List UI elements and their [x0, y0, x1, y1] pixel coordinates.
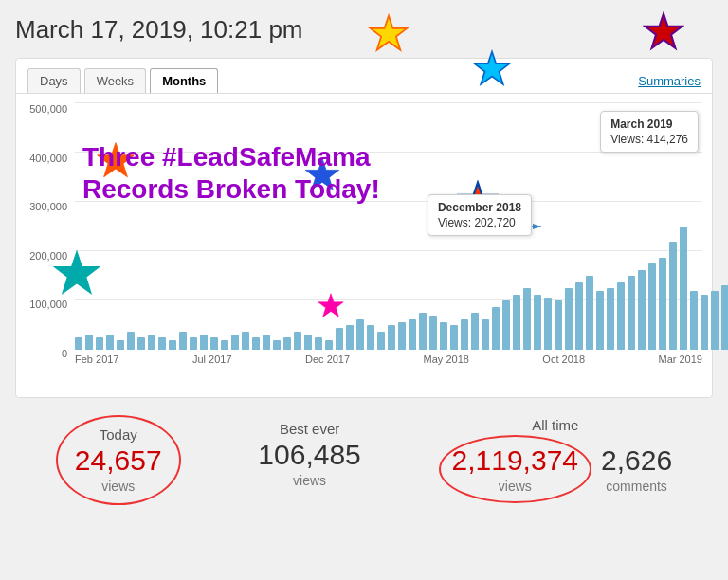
alltime-section: All time 2,119,374 views 2,626 comments — [439, 415, 673, 505]
best-stat: Best ever 106,485 views — [243, 415, 375, 505]
bar-14[interactable] — [221, 340, 228, 350]
alltime-label: All time — [439, 417, 673, 433]
bar-10[interactable] — [179, 332, 187, 351]
bar-3[interactable] — [106, 335, 114, 350]
alltime-circled: 2,119,374 views — [439, 435, 592, 503]
bar-54[interactable] — [638, 270, 646, 351]
bar-31[interactable] — [398, 322, 406, 350]
bar-38[interactable] — [471, 313, 479, 350]
bar-28[interactable] — [367, 325, 374, 350]
bar-22[interactable] — [304, 335, 312, 350]
star1-icon — [368, 13, 410, 55]
bar-43[interactable] — [523, 288, 531, 350]
svg-marker-1 — [475, 52, 510, 84]
svg-marker-4 — [98, 143, 135, 177]
star7-icon — [317, 292, 345, 320]
bar-27[interactable] — [356, 319, 364, 351]
bar-0[interactable] — [75, 337, 82, 350]
comments-unit: comments — [601, 479, 672, 494]
bar-42[interactable] — [513, 295, 520, 351]
tooltip-dec2018: December 2018 Views: 202,720 — [428, 194, 532, 236]
best-unit: views — [258, 473, 360, 488]
bar-57[interactable] — [669, 242, 677, 350]
bar-34[interactable] — [429, 316, 437, 350]
bar-7[interactable] — [148, 335, 155, 350]
bar-49[interactable] — [586, 276, 593, 350]
bar-32[interactable] — [409, 319, 416, 351]
bar-44[interactable] — [534, 295, 541, 351]
bar-52[interactable] — [617, 282, 625, 351]
bar-29[interactable] — [377, 332, 385, 351]
bar-6[interactable] — [137, 337, 145, 350]
y-label-0: 0 — [62, 348, 67, 359]
bar-23[interactable] — [315, 337, 322, 350]
tooltip-march2019: March 2019 Views: 414,276 — [600, 111, 699, 153]
bar-47[interactable] — [565, 288, 573, 350]
bar-15[interactable] — [231, 335, 239, 350]
tooltip2-title: December 2018 — [438, 201, 521, 214]
alltime-stat: All time 2,119,374 views 2,626 comments — [439, 417, 673, 503]
bar-35[interactable] — [440, 322, 447, 350]
bar-48[interactable] — [575, 282, 583, 351]
bar-58[interactable] — [680, 227, 687, 350]
bar-19[interactable] — [273, 340, 281, 350]
bar-56[interactable] — [659, 258, 666, 351]
bar-62[interactable] — [721, 285, 728, 350]
bar-60[interactable] — [701, 295, 708, 351]
bar-25[interactable] — [336, 328, 343, 350]
bar-12[interactable] — [200, 335, 208, 350]
bar-20[interactable] — [283, 337, 291, 350]
bar-46[interactable] — [555, 300, 562, 350]
bar-30[interactable] — [388, 325, 395, 350]
bar-17[interactable] — [252, 337, 260, 350]
bar-13[interactable] — [210, 337, 218, 350]
bar-1[interactable] — [85, 335, 93, 350]
bar-4[interactable] — [117, 340, 124, 350]
y-label-100k: 100,000 — [29, 299, 67, 310]
bar-53[interactable] — [628, 276, 635, 350]
bar-36[interactable] — [450, 325, 458, 350]
star5-icon — [95, 140, 136, 182]
today-unit: views — [75, 479, 162, 494]
bar-9[interactable] — [169, 340, 176, 350]
chart-area: Days Weeks Months Summaries 500,000 400,… — [15, 58, 713, 398]
bar-55[interactable] — [648, 263, 656, 350]
bar-61[interactable] — [711, 291, 719, 350]
bar-26[interactable] — [346, 325, 354, 350]
best-label: Best ever — [258, 421, 360, 437]
today-label: Today — [75, 426, 162, 443]
bar-51[interactable] — [607, 288, 614, 350]
bar-59[interactable] — [690, 291, 698, 350]
summaries-link[interactable]: Summaries — [638, 74, 701, 88]
svg-marker-0 — [371, 16, 408, 50]
main-container: March 17, 2019, 10:21 pm Days Weeks — [0, 0, 728, 528]
bar-41[interactable] — [502, 300, 510, 350]
stats-row: Today 24,657 views Best ever 106,485 vie… — [15, 398, 713, 518]
bar-39[interactable] — [482, 319, 489, 351]
alltime-value: 2,119,374 — [452, 444, 578, 477]
tab-days[interactable]: Days — [27, 68, 81, 93]
bar-33[interactable] — [419, 313, 427, 350]
x-label-dec2017: Dec 2017 — [305, 353, 350, 365]
bar-11[interactable] — [190, 337, 197, 350]
bar-8[interactable] — [158, 337, 166, 350]
bar-18[interactable] — [263, 335, 270, 350]
svg-marker-6 — [318, 294, 343, 317]
svg-marker-2 — [646, 14, 682, 48]
bar-21[interactable] — [294, 332, 301, 351]
star2-icon — [472, 49, 512, 89]
y-label-400k: 400,000 — [29, 153, 67, 164]
x-label-jul2017: Jul 2017 — [192, 353, 232, 365]
bar-5[interactable] — [127, 332, 135, 351]
bar-2[interactable] — [96, 337, 103, 350]
bar-24[interactable] — [325, 340, 333, 350]
bar-40[interactable] — [492, 307, 500, 351]
bar-50[interactable] — [596, 291, 604, 350]
bar-16[interactable] — [242, 332, 249, 351]
tab-months[interactable]: Months — [150, 68, 218, 93]
bar-37[interactable] — [461, 319, 468, 351]
star6-icon — [51, 248, 102, 299]
tab-weeks[interactable]: Weeks — [84, 68, 147, 93]
x-label-oct2018: Oct 2018 — [542, 353, 585, 365]
bar-45[interactable] — [544, 298, 552, 350]
